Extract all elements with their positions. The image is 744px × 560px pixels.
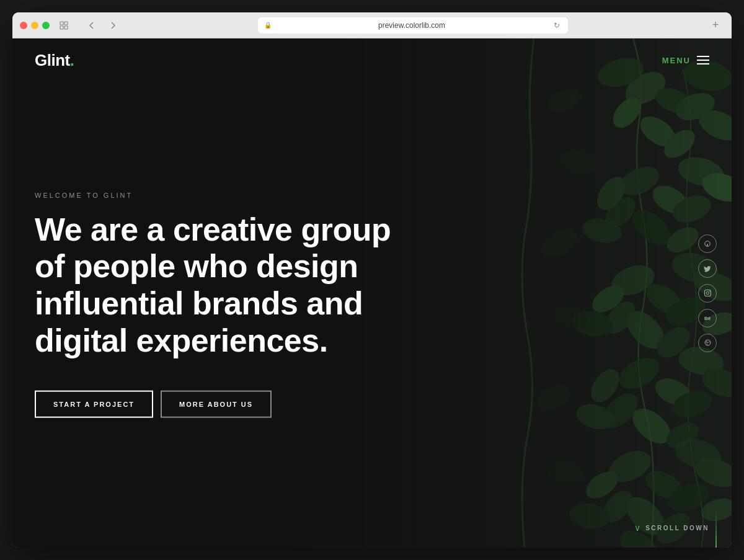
svg-rect-2 — [60, 26, 63, 29]
hamburger-line-1 — [697, 56, 709, 57]
maximize-dot[interactable] — [42, 22, 50, 29]
vertical-accent-line — [715, 510, 717, 548]
logo[interactable]: Glint. — [35, 51, 74, 70]
menu-label: MENU — [662, 56, 691, 65]
svg-rect-3 — [64, 26, 68, 29]
svg-text:Bē: Bē — [704, 316, 711, 321]
website-content: Glint. MENU WELCOME TO GLINT We are a cr… — [12, 38, 732, 548]
hero-buttons: START A PROJECT MORE ABOUT US — [35, 390, 419, 417]
browser-nav-controls — [83, 17, 122, 34]
more-about-us-button[interactable]: MORE ABOUT US — [161, 390, 272, 417]
scroll-down[interactable]: ∨ SCROLL DOWN — [634, 523, 709, 533]
menu-button[interactable]: MENU — [662, 56, 709, 65]
start-project-button[interactable]: START A PROJECT — [35, 390, 153, 417]
minimize-dot[interactable] — [31, 22, 38, 29]
svg-rect-0 — [60, 22, 63, 25]
reload-button[interactable]: ↻ — [552, 20, 562, 30]
browser-traffic-lights — [20, 22, 50, 29]
lock-icon: 🔒 — [264, 22, 272, 29]
svg-point-66 — [709, 291, 709, 291]
hero-subtitle: WELCOME TO GLINT — [35, 191, 419, 198]
logo-text: Glint — [35, 51, 70, 69]
facebook-icon[interactable]: f — [698, 234, 717, 253]
hero-title: We are a creative group of people who de… — [35, 211, 419, 359]
svg-rect-1 — [64, 22, 68, 25]
instagram-icon[interactable] — [698, 284, 717, 303]
logo-dot: . — [70, 51, 74, 69]
behance-icon[interactable]: Bē — [698, 309, 717, 327]
close-dot[interactable] — [20, 22, 27, 29]
twitter-icon[interactable] — [698, 259, 717, 278]
browser-titlebar: 🔒 preview.colorlib.com ↻ + — [12, 12, 732, 38]
svg-rect-64 — [704, 290, 711, 296]
scroll-down-label: SCROLL DOWN — [645, 525, 709, 531]
address-bar[interactable]: 🔒 preview.colorlib.com ↻ — [258, 17, 568, 33]
dribbble-icon[interactable] — [698, 334, 717, 352]
svg-point-65 — [706, 291, 709, 294]
navigation: Glint. MENU — [12, 38, 732, 82]
hamburger-line-2 — [697, 60, 709, 61]
hamburger-icon — [697, 56, 709, 64]
window-icon-button[interactable] — [56, 19, 72, 32]
social-icons: f Bē — [698, 234, 717, 352]
browser-window: 🔒 preview.colorlib.com ↻ + — [12, 12, 732, 548]
new-tab-button[interactable]: + — [707, 17, 724, 34]
hero-content: WELCOME TO GLINT We are a creative group… — [35, 191, 419, 417]
hamburger-line-3 — [697, 63, 709, 64]
back-button[interactable] — [83, 17, 100, 34]
address-text: preview.colorlib.com — [275, 21, 548, 30]
forward-button[interactable] — [104, 17, 122, 34]
chevron-down-icon: ∨ — [634, 523, 640, 533]
